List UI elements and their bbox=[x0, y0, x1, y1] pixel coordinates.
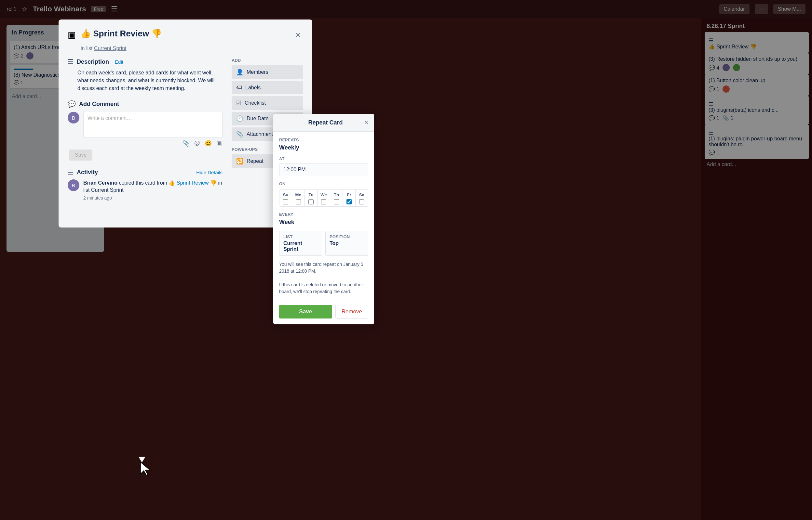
repeat-remove-button[interactable]: Remove bbox=[336, 305, 368, 318]
card-in-list: in list Current Sprint bbox=[81, 46, 303, 51]
repeat-modal: Repeat Card × Repeats Weekly At On Su Mo bbox=[273, 114, 374, 324]
repeats-field: Repeats Weekly bbox=[279, 137, 368, 151]
hide-details-button[interactable]: Hide Details bbox=[196, 170, 223, 175]
activity-icon: ☰ bbox=[68, 168, 74, 176]
on-label: On bbox=[279, 181, 368, 186]
card-modal-close-button[interactable]: × bbox=[293, 29, 303, 42]
activity-source-link[interactable]: 👍 Sprint Review 👎 bbox=[169, 180, 218, 186]
add-comment-section: 💬 Add Comment B Write a comment… 📎 @ 😊 ▣ bbox=[68, 100, 223, 160]
comment-save-button[interactable]: Save bbox=[69, 150, 92, 160]
every-value: Week bbox=[279, 219, 368, 226]
day-mo-checkbox[interactable] bbox=[296, 199, 301, 204]
list-value: Current Sprint bbox=[284, 240, 318, 252]
repeat-icon: 🔁 bbox=[236, 158, 243, 165]
emoji-icon[interactable]: 😊 bbox=[205, 140, 212, 147]
add-comment-title: Add Comment bbox=[79, 101, 119, 108]
comment-box-wrapper: Write a comment… 📎 @ 😊 ▣ bbox=[83, 112, 223, 147]
day-su-checkbox[interactable] bbox=[283, 199, 288, 204]
format-icon[interactable]: ▣ bbox=[216, 140, 222, 147]
day-tu-checkbox[interactable] bbox=[309, 199, 314, 204]
day-fr-label: Fr bbox=[347, 192, 351, 197]
attachment-icon: 📎 bbox=[236, 131, 243, 138]
day-we-label: We bbox=[320, 192, 327, 197]
mention-icon[interactable]: @ bbox=[194, 140, 200, 147]
card-modal-title: 👍 Sprint Review 👎 bbox=[80, 29, 288, 39]
day-sa-checkbox[interactable] bbox=[359, 199, 364, 204]
day-we: We bbox=[318, 190, 330, 206]
position-value: Top bbox=[329, 240, 364, 246]
repeat-save-button[interactable]: Save bbox=[279, 305, 332, 318]
on-section: On Su Mo Tu We Th bbox=[279, 181, 368, 207]
description-icon: ☰ bbox=[68, 58, 74, 66]
repeat-modal-footer: Save Remove bbox=[273, 305, 374, 324]
labels-icon: 🏷 bbox=[236, 84, 242, 91]
day-th-checkbox[interactable] bbox=[334, 199, 339, 204]
days-row: Su Mo Tu We Th bbox=[279, 189, 368, 207]
day-fr-checkbox[interactable] bbox=[346, 199, 352, 204]
list-cell: List Current Sprint bbox=[279, 231, 322, 256]
description-text: On each week's card, please add cards fo… bbox=[77, 69, 223, 92]
comment-input[interactable]: Write a comment… bbox=[83, 112, 223, 138]
card-main: ☰ Description Edit On each week's card, … bbox=[68, 58, 223, 206]
description-edit-button[interactable]: Edit bbox=[115, 59, 123, 65]
day-mo: Mo bbox=[292, 190, 305, 206]
repeats-label: Repeats bbox=[279, 137, 368, 142]
card-body: ☰ Description Edit On each week's card, … bbox=[68, 58, 303, 206]
add-comment-header: 💬 Add Comment bbox=[68, 100, 223, 108]
checklist-button[interactable]: ☑ Checklist bbox=[231, 96, 303, 110]
description-title: Description bbox=[77, 58, 109, 65]
repeat-modal-close-button[interactable]: × bbox=[364, 118, 368, 127]
checklist-icon: ☑ bbox=[236, 100, 241, 107]
day-sa: Sa bbox=[355, 190, 368, 206]
add-comment-icon: 💬 bbox=[68, 100, 76, 108]
at-input[interactable] bbox=[279, 163, 368, 176]
position-label: Position bbox=[329, 234, 364, 239]
repeat-modal-body: Repeats Weekly At On Su Mo Tu bbox=[273, 132, 374, 305]
repeat-modal-title: Repeat Card bbox=[287, 119, 364, 126]
at-label: At bbox=[279, 156, 368, 161]
day-tu-label: Tu bbox=[309, 192, 314, 197]
activity-content: Brian Cervino copied this card from 👍 Sp… bbox=[83, 179, 223, 201]
activity-section: ☰ Activity Hide Details B Brian Cervino … bbox=[68, 168, 223, 201]
activity-item: B Brian Cervino copied this card from 👍 … bbox=[68, 179, 223, 201]
user-avatar: B bbox=[68, 112, 79, 124]
activity-time: 2 minutes ago bbox=[83, 195, 223, 201]
every-label: Every bbox=[279, 212, 368, 217]
repeat-modal-header: Repeat Card × bbox=[273, 114, 374, 132]
day-tu: Tu bbox=[305, 190, 318, 206]
repeat-note: You will see this card repeat on January… bbox=[279, 261, 368, 295]
members-icon: 👤 bbox=[236, 69, 243, 76]
list-position-row: List Current Sprint Position Top bbox=[279, 231, 368, 256]
card-modal-header: ▣ 👍 Sprint Review 👎 × bbox=[68, 29, 303, 42]
activity-avatar: B bbox=[68, 179, 79, 191]
day-we-checkbox[interactable] bbox=[321, 199, 326, 204]
members-button[interactable]: 👤 Members bbox=[231, 65, 303, 79]
day-th: Th bbox=[330, 190, 343, 206]
description-header: ☰ Description Edit bbox=[68, 58, 223, 66]
activity-text: Brian Cervino copied this card from 👍 Sp… bbox=[83, 179, 223, 194]
attach-icon[interactable]: 📎 bbox=[182, 140, 190, 147]
add-section-title: Add bbox=[231, 58, 303, 63]
activity-header: ☰ Activity Hide Details bbox=[68, 168, 223, 176]
activity-title: Activity bbox=[77, 169, 98, 176]
due-date-icon: 🕐 bbox=[236, 115, 243, 122]
position-cell: Position Top bbox=[325, 231, 368, 256]
repeats-value: Weekly bbox=[279, 144, 368, 151]
every-section: Every Week bbox=[279, 212, 368, 226]
comment-input-row: B Write a comment… 📎 @ 😊 ▣ bbox=[68, 112, 223, 147]
labels-button[interactable]: 🏷 Labels bbox=[231, 81, 303, 94]
day-th-label: Th bbox=[334, 192, 339, 197]
card-list-link[interactable]: Current Sprint bbox=[94, 46, 127, 51]
day-su: Su bbox=[279, 190, 292, 206]
at-field: At bbox=[279, 156, 368, 176]
comment-box-footer: 📎 @ 😊 ▣ bbox=[83, 140, 223, 147]
day-mo-label: Mo bbox=[295, 192, 301, 197]
day-fr: Fr bbox=[343, 190, 355, 206]
list-label: List bbox=[284, 234, 318, 239]
day-su-label: Su bbox=[283, 192, 289, 197]
card-modal-card-icon: ▣ bbox=[68, 30, 76, 40]
day-sa-label: Sa bbox=[359, 192, 364, 197]
